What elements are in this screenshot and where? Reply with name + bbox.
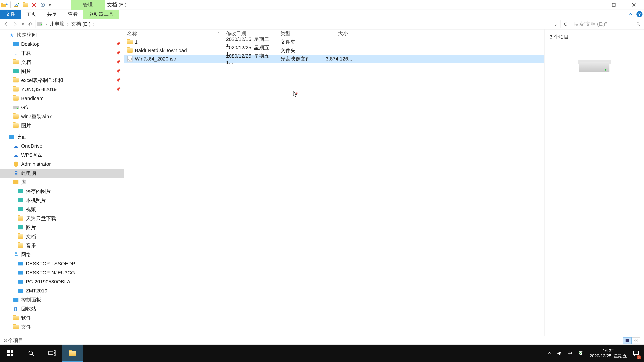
nav-lib[interactable]: 库 — [0, 178, 124, 187]
nav-quick-access[interactable]: ★ 快速访问 — [0, 30, 124, 39]
qat-properties-icon[interactable] — [13, 1, 20, 8]
chevron-right-icon[interactable]: › — [92, 21, 95, 27]
pic-icon — [18, 207, 23, 211]
task-view-button[interactable] — [42, 345, 62, 362]
nav-quick-item[interactable]: Desktop📌 — [0, 39, 124, 49]
taskbar-search-button[interactable] — [21, 345, 42, 362]
preview-title: 3 个项目 — [550, 33, 639, 40]
nav-quick-item[interactable]: ↓下载📌 — [0, 49, 124, 58]
tab-home[interactable]: 主页 — [21, 10, 42, 18]
nav-software[interactable]: 软件 — [0, 313, 124, 323]
nav-library-item[interactable]: 本机照片 — [0, 196, 124, 205]
nav-quick-item[interactable]: Bandicam — [0, 94, 124, 103]
security-icon[interactable] — [578, 351, 583, 356]
maximize-button[interactable] — [604, 0, 624, 10]
computer-icon — [18, 271, 23, 275]
nav-quick-item[interactable]: 文档📌 — [0, 58, 124, 67]
column-size[interactable]: 大小 — [322, 30, 352, 37]
nav-network[interactable]: 🖧 网络 — [0, 250, 124, 259]
view-icons-button[interactable] — [632, 337, 640, 344]
volume-icon[interactable] — [557, 351, 562, 356]
qat-settings-icon[interactable] — [39, 1, 46, 8]
nav-library-item[interactable]: 视频 — [0, 205, 124, 214]
column-name[interactable]: 名称˄ — [124, 30, 223, 37]
column-type[interactable]: 类型 — [277, 30, 322, 37]
nav-label: 桌面 — [17, 134, 27, 140]
nav-quick-item[interactable]: G:\ — [0, 103, 124, 112]
nav-pc[interactable]: 🖥此电脑 — [0, 169, 124, 178]
nav-label: Administrator — [21, 161, 51, 167]
nav-library-item[interactable]: 图片 — [0, 223, 124, 232]
nav-forward-button[interactable] — [11, 20, 20, 28]
file-list[interactable]: 名称˄ 修改日期 类型 大小 12020/12/15, 星期二 1...文件夹B… — [124, 29, 544, 336]
file-row[interactable]: BaiduNetdiskDownload2020/12/25, 星期五 1...… — [124, 46, 544, 55]
download-icon: ↓ — [15, 50, 17, 56]
nav-quick-item[interactable]: 图片📌 — [0, 67, 124, 76]
nav-quick-item[interactable]: win7重装win7 — [0, 112, 124, 121]
chevron-right-icon[interactable]: › — [45, 21, 48, 27]
sort-asc-icon[interactable]: ˄ — [218, 32, 219, 36]
help-icon: ? — [636, 11, 642, 17]
search-icon[interactable] — [636, 22, 640, 26]
minimize-button[interactable] — [584, 0, 604, 10]
navigation-pane[interactable]: ★ 快速访问 Desktop📌↓下载📌文档📌图片📌excel表格制作求和📌YUN… — [0, 29, 124, 336]
svg-rect-19 — [636, 339, 637, 340]
qat-new-folder-icon[interactable] — [22, 1, 29, 8]
nav-history-dropdown[interactable]: ▾ — [20, 21, 25, 27]
svg-point-14 — [297, 92, 298, 93]
nav-network-computer[interactable]: ZMT2019 — [0, 286, 124, 295]
nav-network-computer[interactable]: DESKTOP-NJEU3CG — [0, 268, 124, 277]
nav-user[interactable]: Administrator — [0, 160, 124, 169]
qat-delete-icon[interactable] — [30, 1, 38, 8]
start-button[interactable] — [0, 345, 21, 362]
taskbar-explorer-button[interactable] — [62, 345, 83, 362]
address-dropdown-icon[interactable]: ⌄ — [552, 21, 559, 27]
chevron-right-icon[interactable]: › — [66, 21, 69, 27]
folder-icon — [13, 87, 18, 91]
nav-library-item[interactable]: 天翼云盘下载 — [0, 214, 124, 223]
qat-dropdown-icon[interactable]: ▾ — [48, 2, 52, 8]
app-icon[interactable] — [1, 1, 8, 8]
breadcrumb[interactable]: 此电脑 — [50, 21, 64, 27]
ime-indicator[interactable]: 中 — [568, 350, 572, 357]
tab-view[interactable]: 查看 — [62, 10, 83, 18]
close-button[interactable] — [624, 0, 644, 10]
refresh-button[interactable] — [562, 20, 570, 28]
recycle-icon: 🗑 — [13, 306, 19, 312]
column-date[interactable]: 修改日期 — [223, 30, 277, 37]
breadcrumb[interactable]: 文档 (E:) — [71, 21, 90, 27]
tray-overflow-icon[interactable] — [547, 351, 551, 355]
nav-library-item[interactable]: 音乐 — [0, 241, 124, 250]
ribbon-expand-icon[interactable] — [626, 10, 635, 18]
taskbar-clock[interactable]: 16:32 2020/12/25, 星期五 — [586, 345, 630, 362]
tab-share[interactable]: 共享 — [42, 10, 62, 18]
nav-network-computer[interactable]: DESKTOP-LSSOEDP — [0, 259, 124, 268]
help-button[interactable]: ? — [635, 10, 644, 18]
file-row[interactable]: 12020/12/15, 星期二 1...文件夹 — [124, 38, 544, 46]
nav-library-item[interactable]: 保存的图片 — [0, 187, 124, 196]
svg-rect-21 — [636, 341, 637, 342]
tab-drive-tools[interactable]: 驱动器工具 — [83, 10, 119, 18]
nav-quick-item[interactable]: YUNQISHI2019📌 — [0, 85, 124, 94]
search-input[interactable]: 搜索"文档 (E:)" — [572, 20, 642, 28]
address-bar[interactable]: › 此电脑 › 文档 (E:) › ⌄ — [36, 20, 560, 28]
nav-up-button[interactable] — [26, 20, 34, 28]
tab-file[interactable]: 文件 — [0, 10, 21, 18]
nav-onedrive[interactable]: ☁OneDrive — [0, 141, 124, 150]
nav-library-item[interactable]: 文档 — [0, 232, 124, 241]
show-desktop-button[interactable] — [642, 345, 644, 362]
nav-quick-item[interactable]: 图片 — [0, 121, 124, 130]
nav-quick-item[interactable]: excel表格制作求和📌 — [0, 76, 124, 85]
nav-back-button[interactable] — [2, 20, 10, 28]
action-center-button[interactable]: 3 — [630, 345, 642, 362]
nav-network-computer[interactable]: PC-20190530OBLA — [0, 277, 124, 286]
nav-desktop[interactable]: 桌面 — [0, 132, 124, 141]
nav-docs[interactable]: 文件 — [0, 323, 124, 332]
nav-control-panel[interactable]: 控制面板 — [0, 295, 124, 304]
contextual-tab-manage[interactable]: 管理 — [71, 0, 105, 10]
nav-wps[interactable]: ☁WPS网盘 — [0, 150, 124, 160]
file-row[interactable]: Win7x64_2020.iso2020/12/25, 星期五 1...光盘映像… — [124, 55, 544, 63]
view-details-button[interactable] — [623, 337, 632, 344]
pc-icon: 🖥 — [14, 170, 18, 176]
nav-recycle-bin[interactable]: 🗑 回收站 — [0, 304, 124, 313]
